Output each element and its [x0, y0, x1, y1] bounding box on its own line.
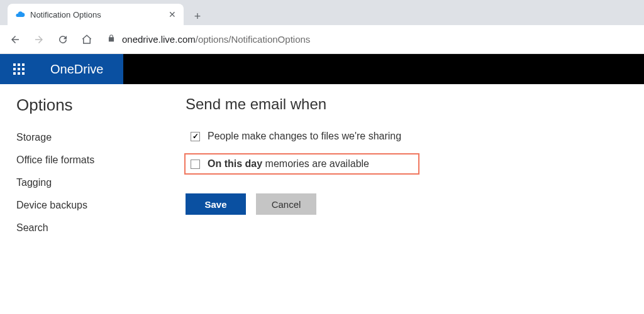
url-path: /options/NotificationOptions — [196, 34, 311, 45]
sidebar-heading: Options — [16, 95, 144, 115]
url-text: onedrive.live.com/options/NotificationOp… — [122, 34, 310, 45]
lock-icon — [107, 34, 116, 45]
back-button[interactable] — [8, 32, 23, 47]
content-area: Options Storage Office file formats Tagg… — [0, 84, 644, 314]
option-changes-sharing: People make changes to files we're shari… — [186, 127, 619, 146]
button-row: Save Cancel — [186, 193, 619, 215]
option-label-bold: On this day — [208, 158, 262, 169]
svg-rect-1 — [18, 63, 20, 66]
checkbox-changes-sharing[interactable] — [191, 132, 200, 141]
svg-rect-2 — [22, 63, 25, 66]
svg-rect-7 — [18, 72, 20, 75]
home-button[interactable] — [79, 32, 94, 47]
svg-rect-0 — [13, 63, 16, 66]
save-button[interactable]: Save — [186, 193, 246, 215]
sidebar-nav: Storage Office file formats Tagging Devi… — [16, 126, 144, 239]
svg-rect-3 — [13, 68, 16, 70]
browser-tab[interactable]: Notification Options ✕ — [8, 4, 184, 25]
option-on-this-day: On this day memories are available — [186, 154, 418, 173]
brand-label[interactable]: OneDrive — [38, 54, 123, 84]
sidebar: Options Storage Office file formats Tagg… — [0, 84, 160, 314]
address-bar[interactable]: onedrive.live.com/options/NotificationOp… — [103, 34, 636, 45]
app-launcher-button[interactable] — [0, 54, 38, 84]
new-tab-button[interactable]: + — [189, 8, 206, 25]
app-header: OneDrive — [0, 54, 644, 84]
option-label-rest: memories are available — [262, 158, 369, 169]
main-heading: Send me email when — [186, 95, 619, 113]
svg-rect-5 — [22, 68, 25, 70]
svg-rect-4 — [18, 68, 20, 70]
forward-button[interactable] — [31, 32, 47, 47]
svg-rect-8 — [22, 72, 25, 75]
sidebar-item-search[interactable]: Search — [16, 217, 144, 239]
tab-strip: Notification Options ✕ + — [0, 0, 644, 25]
browser-chrome: Notification Options ✕ + onedrive.live.c… — [0, 0, 644, 54]
cloud-icon — [15, 9, 25, 19]
header-spacer — [123, 54, 644, 84]
option-label: People make changes to files we're shari… — [208, 131, 401, 142]
url-host: onedrive.live.com — [122, 34, 196, 45]
main-panel: Send me email when People make changes t… — [160, 84, 644, 314]
option-label: On this day memories are available — [208, 158, 369, 170]
svg-rect-6 — [13, 72, 16, 75]
sidebar-item-storage[interactable]: Storage — [16, 126, 144, 149]
tab-title: Notification Options — [30, 10, 164, 19]
browser-toolbar: onedrive.live.com/options/NotificationOp… — [0, 25, 644, 54]
sidebar-item-office-file-formats[interactable]: Office file formats — [16, 149, 144, 171]
checkbox-on-this-day[interactable] — [191, 160, 200, 169]
cancel-button[interactable]: Cancel — [256, 193, 316, 215]
waffle-icon — [13, 63, 25, 75]
sidebar-item-device-backups[interactable]: Device backups — [16, 194, 144, 217]
sidebar-item-tagging[interactable]: Tagging — [16, 171, 144, 194]
reload-button[interactable] — [55, 32, 70, 47]
close-icon[interactable]: ✕ — [169, 9, 176, 19]
